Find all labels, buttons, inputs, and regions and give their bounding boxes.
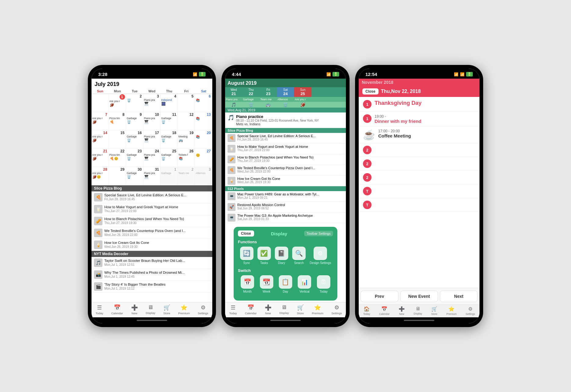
popup-tasks-button[interactable]: ✅ Tasks [257,247,271,265]
list-item[interactable]: 🍕 Special Sauce Live, Ed Levine Edition:… [225,133,346,144]
tab-settings-2[interactable]: ⚙Settings [332,304,342,315]
tab-premium-2[interactable]: ⭐Premium [312,304,323,315]
list-item[interactable]: 🍕 We Tested Breville's Countertop Pizza … [225,165,346,176]
list-item[interactable]: 🥜 How to Blanch Pistachios (and When You… [225,154,346,165]
list-item[interactable]: 🍕 We Tested Breville's Countertop Pizza … [92,227,212,239]
popup-vertical-button[interactable]: 📊 Vertical [298,275,311,293]
tab-today-2[interactable]: ☰Today [229,304,237,315]
list-item[interactable]: 🍕 Special Sauce Live, Ed Levine Edition:… [92,191,212,203]
popup-day-button[interactable]: 📋 Day [279,275,292,293]
cal-cell[interactable]: 11 Garbage 🗑️ [160,112,178,130]
list-item[interactable]: 🎬 'Toy Story 4' Is Bigger Than the Beatl… [92,281,212,293]
cal-cell[interactable]: 27 😊 [195,149,212,167]
cal-cell[interactable]: 7 Are you r 🏈 [92,112,109,130]
popup-design-settings-button[interactable]: ⚙ Design Settings [310,247,331,265]
cal-cell[interactable]: 6 📚 [195,94,212,112]
cal-cell[interactable]: 19 Meeting 🚌 [178,130,195,149]
cal-date-num: 29 [110,167,125,172]
cal-cell[interactable]: 22 Pizza tim 🍕😊 [109,149,126,167]
tab-new-2[interactable]: ➕New [265,304,271,315]
tab-today[interactable]: ☰Today [95,304,103,315]
holiday-entry[interactable]: 1 Thanksgiving Day [359,97,479,112]
popup-month-button[interactable]: 📅 Month [241,275,254,293]
cal-cell[interactable]: 30 Garbage 🗑️ [126,167,143,185]
tab-new[interactable]: ➕New [131,304,138,315]
cal-cell[interactable] [92,94,109,112]
cal-cell[interactable]: 13 📚 [195,112,212,130]
tab-display-3[interactable]: 🖥Display [414,306,422,315]
cal-cell[interactable]: 24 Piano pra 🎹 [143,149,161,167]
list-item[interactable]: 🥜 How to Blanch Pistachios (and When You… [92,215,212,227]
cal-cell[interactable]: 2 🗑️ [126,94,143,112]
event-title: Piano practice [236,114,319,119]
tab-store-2[interactable]: 🛒Store [297,304,304,315]
cal-cell[interactable]: 12 [178,112,195,130]
coffee-event[interactable]: ☕ 17:00 - 20:00 Coffee Meeting [359,127,479,143]
tab-calendar[interactable]: 📅Calendar [111,304,123,315]
cal-cell[interactable]: 10 Piano pra 🎹 [143,112,161,130]
diary-label: Diary [278,261,285,265]
tab-display-2[interactable]: 🖥Display [279,304,289,315]
prev-button[interactable]: Prev [361,290,398,302]
dinner-event[interactable]: 1 19:00 - Dinner with my friend [359,112,479,127]
cal-cell[interactable]: 3 Afternoo [195,167,212,185]
cal-cell[interactable]: 18 Garbage 🗑️ [160,130,178,149]
tab-today-3[interactable]: 🏠Today [363,306,370,315]
list-item[interactable]: 🥛 How to Make Yogurt and Greek Yogurt at… [92,203,212,215]
list-item[interactable]: 💻 The Power Mac G3: An Apple Marketing A… [225,212,346,223]
popup-sync-button[interactable]: 🔄 Sync [240,247,253,265]
popup-close-button[interactable]: Close [238,230,254,237]
cal-cell[interactable]: 17 Piano pra 🎹 [143,130,161,149]
week-day-sun[interactable]: Sun25 [294,87,311,97]
week-day-wed[interactable]: Wed21 [225,87,242,97]
tab-store-3[interactable]: 🛒Store [431,306,437,315]
list-item[interactable]: 🎵 Taylor Swift on Scooter Braun Buying H… [92,257,212,269]
cal-cell[interactable]: 15 [109,130,126,149]
week-day-sat[interactable]: Sat24 [277,87,294,97]
cal-cell[interactable]: 1 Are you r 🏈 [109,94,126,112]
cal-cell[interactable]: 26 Tickets f 📚 [178,149,195,167]
tab-store[interactable]: 🛒Store [163,304,170,315]
tab-calendar-2[interactable]: 📅Calendar [245,304,257,315]
cal-cell[interactable]: 3 Piano pra 🎹 [143,94,161,112]
cal-cell[interactable]: 28 Are you r 🏈😊 [92,167,109,185]
popup-today-button[interactable]: 🗓 Today [317,275,330,293]
tab-new-3[interactable]: ➕New [399,306,405,315]
next-button[interactable]: Next [440,290,478,302]
list-item[interactable]: 📸 Why The Times Published a Photo of Dro… [92,269,212,281]
cal-cell[interactable]: 14 Are you r 🏈 [92,130,109,149]
tab-premium[interactable]: ⭐Premium [178,304,190,315]
tab-premium-3[interactable]: ⭐Premium [446,306,457,315]
popup-diary-button[interactable]: 📓 Diary [275,247,288,265]
list-item[interactable]: 💻 Mac Power Users #489: Gear as a Motiva… [225,191,346,202]
cal-cell[interactable]: 5 [178,94,195,112]
cal-cell[interactable]: 31 Piano pra 🎹 [143,167,161,185]
cal-cell[interactable]: 29 [109,167,126,185]
cal-cell[interactable]: 4 Independ 🎆 [160,94,178,112]
cal-cell[interactable]: 9 Garbage 🗑️ [126,112,143,130]
cal-cell[interactable]: 2 Team me [178,167,195,185]
agenda-event-block[interactable]: 🎵 Piano practice 08:10 - 11:10 Citi Fiel… [225,112,346,128]
tab-calendar-3[interactable]: 📅Calendar [379,306,390,315]
popup-toolbar-settings-button[interactable]: Toolbar Settings [304,231,333,236]
tab-display[interactable]: 🖥Display [146,304,155,315]
event-close-button[interactable]: Close [362,88,379,94]
popup-week-button[interactable]: 📆 Week [260,275,273,293]
cal-cell[interactable]: 23 Garbage 🗑️ [126,149,143,167]
tab-settings-3[interactable]: ⚙Settings [466,306,475,315]
list-item[interactable]: 🍦 How Ice Cream Got Its Cone Wed,Jun 26,… [92,239,212,251]
popup-search-button[interactable]: 🔍 Search [292,247,306,265]
cal-cell[interactable]: 16 Garbage 🗑️ [126,130,143,149]
cal-cell[interactable]: 1 Garbage [160,167,178,185]
cal-cell[interactable]: 8 Pizza tim 🍕 [109,112,126,130]
cal-cell[interactable]: 20 📚 [195,130,212,149]
week-day-fri[interactable]: Fri23 [260,87,277,97]
cal-cell[interactable]: 21 Are you r 🏈 [92,149,109,167]
list-item[interactable]: 🍦 How Ice Cream Got Its Cone Wed,Jun 26,… [225,176,346,186]
list-item[interactable]: 🥛 How to Make Yogurt and Greek Yogurt at… [225,144,346,154]
list-item[interactable]: 🚀 Restored Apollo Mission Control Sat,Ju… [225,202,346,212]
new-event-button[interactable]: New Event [400,290,438,302]
week-day-thu[interactable]: Thu22 [242,87,260,97]
tab-settings[interactable]: ⚙Settings [198,304,208,315]
cal-cell[interactable]: 25 Garbage 🗑️ [160,149,178,167]
